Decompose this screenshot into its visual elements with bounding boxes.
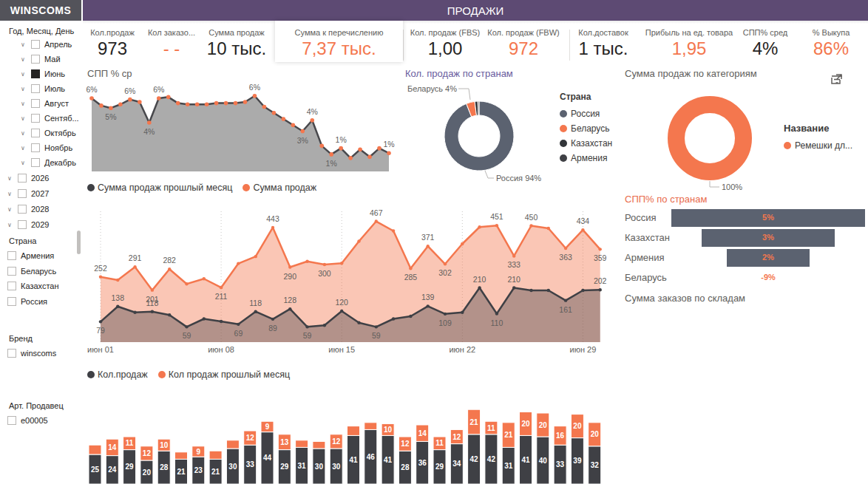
kpi-card[interactable]: Сумма продаж10 тыс. [201, 24, 272, 62]
kpi-card[interactable]: Кол заказо...- - [142, 24, 201, 62]
date-slicer-title: Год, Месяц, День [9, 27, 74, 35]
funnel-category-label: Россия [625, 212, 657, 223]
checkbox[interactable] [7, 416, 16, 425]
svg-text:4%: 4% [143, 127, 155, 136]
kpi-card[interactable]: Прибыль на ед. товара1,95 [639, 24, 739, 62]
legend-item[interactable]: Россия [560, 106, 612, 121]
svg-text:252: 252 [94, 264, 107, 273]
legend-item[interactable]: Кол продаж прошлый месяц [158, 369, 290, 380]
checkbox[interactable] [31, 143, 40, 152]
chevron-down-icon[interactable]: ∨ [21, 145, 27, 151]
checkbox[interactable] [18, 220, 27, 229]
checkbox[interactable] [31, 158, 40, 167]
svg-text:39: 39 [573, 457, 582, 465]
chevron-down-icon[interactable]: ∨ [7, 175, 13, 182]
chevron-down-icon[interactable]: ∨ [7, 222, 13, 228]
month-filter-Июнь[interactable]: ∨Июнь [21, 68, 65, 80]
chevron-down-icon[interactable]: ∨ [21, 71, 27, 78]
legend-item[interactable]: Беларусь [560, 121, 612, 136]
country-filter-Армения[interactable]: Армения [7, 250, 54, 262]
svg-text:3%: 3% [297, 136, 308, 145]
filter-item-label: Ноябрь [44, 143, 72, 152]
daily-count-chart[interactable]: 2524142911201228102123921303312449291331… [83, 380, 612, 484]
checkbox[interactable] [18, 205, 27, 214]
svg-text:10: 10 [384, 426, 393, 434]
checkbox[interactable] [31, 84, 40, 93]
month-filter-Ноябрь[interactable]: ∨Ноябрь [21, 142, 72, 154]
kpi-card[interactable]: % Выкупа86% [796, 24, 867, 62]
svg-text:29: 29 [280, 463, 289, 471]
kpi-card[interactable]: Кол. продаж (FBS)1,00 [405, 24, 485, 62]
spp-daily-chart[interactable]: 6%5%6%4%6%6%3%4%1%1%1% [86, 80, 402, 177]
svg-text:июн 15: июн 15 [328, 345, 355, 354]
chevron-down-icon[interactable]: ∨ [21, 100, 27, 107]
year-filter-2027[interactable]: ∨2027 [7, 188, 49, 200]
legend-item[interactable]: Казахстан [560, 136, 612, 151]
chevron-down-icon[interactable]: ∨ [21, 130, 27, 137]
seller-filter-e00005[interactable]: e00005 [7, 415, 48, 426]
chevron-down-icon[interactable]: ∨ [21, 41, 27, 48]
checkbox[interactable] [31, 55, 40, 64]
chevron-down-icon[interactable]: ∨ [21, 86, 27, 92]
month-filter-Декабрь[interactable]: ∨Декабрь [21, 157, 76, 168]
country-donut-chart[interactable]: Беларусь 4%Россия 94% [405, 81, 562, 192]
svg-text:40: 40 [539, 457, 548, 465]
checkbox[interactable] [7, 267, 16, 276]
year-filter-2029[interactable]: ∨2029 [7, 219, 49, 231]
checkbox[interactable] [31, 69, 40, 78]
chevron-down-icon[interactable]: ∨ [21, 56, 27, 63]
kpi-label: Сумма к перечислению [275, 24, 403, 37]
checkbox[interactable] [7, 349, 16, 358]
svg-text:31: 31 [298, 462, 307, 470]
country-filter-Беларусь[interactable]: Беларусь [7, 265, 56, 277]
month-filter-Июль[interactable]: ∨Июль [21, 83, 65, 95]
checkbox[interactable] [31, 99, 40, 108]
year-filter-2026[interactable]: ∨2026 [7, 172, 49, 184]
legend-item[interactable]: Армения [560, 151, 612, 166]
filter-sidebar: Год, Месяц, День ∨Апрель∨Май∨Июнь∨Июль∨А… [0, 22, 83, 484]
svg-text:24: 24 [108, 466, 117, 474]
sidebar-scrollbar[interactable] [77, 231, 81, 254]
svg-text:20: 20 [539, 421, 548, 429]
month-filter-Август[interactable]: ∨Август [21, 98, 69, 109]
svg-text:41: 41 [521, 456, 530, 464]
funnel-row-Россия[interactable]: Россия5% [625, 208, 868, 228]
country-filter-Казахстан[interactable]: Казахстан [7, 280, 59, 292]
checkbox[interactable] [18, 189, 27, 198]
svg-text:12: 12 [143, 449, 152, 457]
kpi-card[interactable]: Кол.продаж973 [83, 24, 142, 62]
expand-icon[interactable] [831, 74, 842, 84]
checkbox[interactable] [7, 297, 16, 306]
month-filter-Сентяб...[interactable]: ∨Сентяб... [21, 112, 79, 124]
country-filter-Россия[interactable]: Россия [7, 296, 47, 307]
checkbox[interactable] [7, 251, 16, 260]
kpi-card[interactable]: Кол. продаж (FBW)972 [486, 24, 560, 62]
checkbox[interactable] [31, 114, 40, 123]
year-filter-2028[interactable]: ∨2028 [7, 203, 49, 215]
month-filter-Апрель[interactable]: ∨Апрель [21, 38, 72, 50]
kpi-card[interactable]: Кол.доставок1 тыс. [569, 24, 637, 62]
checkbox[interactable] [18, 174, 27, 183]
legend-item[interactable]: Ремешки дл... [784, 138, 852, 153]
checkbox[interactable] [31, 129, 40, 137]
legend-item[interactable]: Кол.продаж [87, 369, 148, 380]
kpi-card[interactable]: СПП% сред4% [741, 24, 790, 62]
chevron-down-icon[interactable]: ∨ [7, 191, 13, 197]
brand-filter-winscoms[interactable]: winscoms [7, 347, 56, 359]
funnel-row-Армения[interactable]: Армения2% [625, 248, 868, 268]
daily-sales-chart[interactable]: июн 01июн 08июн 15июн 22июн 297913811859… [86, 191, 612, 358]
funnel-row-Беларусь[interactable]: Беларусь-9% [625, 268, 868, 288]
spp-funnel-chart[interactable]: Россия5%Казахстан3%Армения2%Беларусь-9% [625, 208, 868, 291]
svg-text:79: 79 [96, 326, 105, 335]
kpi-value: 1,95 [639, 38, 739, 59]
chevron-down-icon[interactable]: ∨ [21, 115, 27, 122]
chevron-down-icon[interactable]: ∨ [21, 160, 27, 166]
chevron-down-icon[interactable]: ∨ [7, 206, 13, 213]
month-filter-Октябрь[interactable]: ∨Октябрь [21, 127, 76, 139]
kpi-card[interactable]: Сумма к перечислению7,37 тыс. [275, 24, 403, 62]
month-filter-Май[interactable]: ∨Май [21, 53, 61, 65]
funnel-row-Казахстан[interactable]: Казахстан3% [625, 228, 868, 248]
filter-item-label: Казахстан [21, 282, 59, 290]
checkbox[interactable] [31, 40, 40, 49]
checkbox[interactable] [7, 282, 16, 290]
